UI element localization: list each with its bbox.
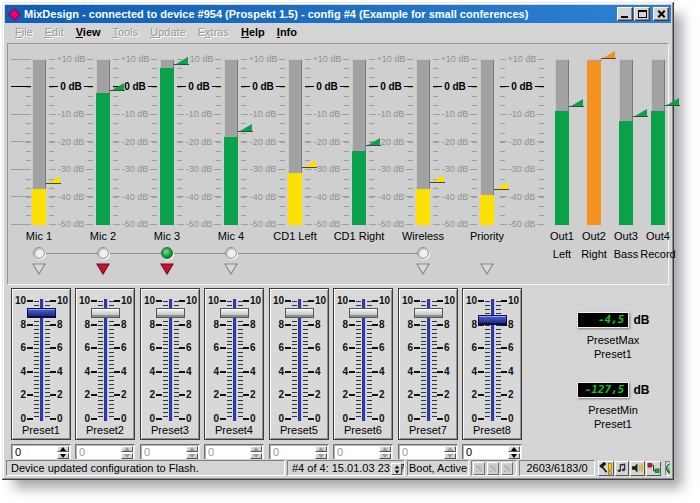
menu-extras[interactable]: Extras xyxy=(192,24,235,40)
close-button[interactable] xyxy=(653,7,669,21)
preset-spin-preset6: 0 xyxy=(333,444,393,460)
fader-major-tick xyxy=(179,418,185,420)
fader-major-tick xyxy=(285,394,291,396)
fader-scale-number: 0 xyxy=(335,414,348,424)
minimize-button[interactable] xyxy=(617,7,633,21)
spin-value[interactable]: 0 xyxy=(208,446,214,458)
meter-out4 xyxy=(651,59,665,225)
fader-thumb[interactable] xyxy=(91,308,120,318)
scale-label: -20 dB xyxy=(378,137,405,147)
scale-line: -30 dB xyxy=(369,164,413,174)
channel-select-circle[interactable] xyxy=(97,247,109,259)
scale-label: -20 dB xyxy=(509,137,536,147)
tools-button[interactable] xyxy=(598,461,614,476)
preset-max-label: PresetMax xyxy=(557,334,669,346)
spin-up-button[interactable] xyxy=(121,446,133,452)
spin-up-button[interactable] xyxy=(379,446,391,452)
status-image-icon-b[interactable] xyxy=(487,462,499,475)
fader-thumb[interactable] xyxy=(156,308,185,318)
scale-label: -30 dB xyxy=(442,164,469,174)
fader-thumb[interactable] xyxy=(349,308,378,318)
fader-scale-number: 0 xyxy=(400,414,413,424)
fader-major-tick xyxy=(285,418,291,420)
scale-line: -50 dB xyxy=(500,219,544,229)
connection-button[interactable] xyxy=(646,461,661,476)
fader-minor-ticks xyxy=(356,301,361,420)
spin-up-button[interactable] xyxy=(315,446,327,452)
channel-select-circle[interactable] xyxy=(161,247,173,259)
scale-label: -50 dB xyxy=(442,219,469,229)
scale-line: -10 dB xyxy=(177,109,221,119)
fader-thumb[interactable] xyxy=(27,308,56,318)
spin-up-button[interactable] xyxy=(57,446,69,452)
ghost-glyph-b xyxy=(490,465,496,472)
channel-label: Mic 4 xyxy=(199,230,263,242)
fader-major-tick xyxy=(478,347,484,349)
menu-file[interactable]: File xyxy=(9,24,39,40)
fader-thumb[interactable] xyxy=(285,308,314,318)
channel-marker-triangle[interactable] xyxy=(32,261,46,279)
spin-value[interactable]: 0 xyxy=(273,446,279,458)
fader-major-tick xyxy=(285,300,291,302)
status-image-icon-a[interactable] xyxy=(473,462,485,475)
channel-marker-triangle[interactable] xyxy=(416,261,430,279)
speaker-button[interactable] xyxy=(630,461,645,476)
fader-label: Preset1 xyxy=(12,424,70,436)
scale-label: -40 dB xyxy=(314,192,341,202)
scale-line: 0 dB xyxy=(433,82,477,92)
spin-value[interactable]: 0 xyxy=(337,446,343,458)
spin-value[interactable]: 0 xyxy=(79,446,85,458)
channel-marker-triangle[interactable] xyxy=(480,261,494,279)
fader-scale-number: 10 xyxy=(444,296,457,306)
spin-value[interactable]: 0 xyxy=(144,446,150,458)
note-button[interactable] xyxy=(615,461,629,476)
status-image-icon-c[interactable] xyxy=(501,462,513,475)
channel-select-circle[interactable] xyxy=(225,247,237,259)
spin-up-button[interactable] xyxy=(186,446,198,452)
spin-up-button[interactable] xyxy=(250,446,262,452)
menu-info[interactable]: Info xyxy=(271,24,303,40)
fader-scale-number: 10 xyxy=(271,296,284,306)
fader-scale-number: 0 xyxy=(464,414,477,424)
channel-marker-triangle[interactable] xyxy=(160,261,174,279)
spin-up-icon xyxy=(253,447,259,451)
fader-major-tick xyxy=(478,371,484,373)
config-spinner[interactable] xyxy=(391,463,402,475)
fader-major-tick xyxy=(220,394,226,396)
spin-up-icon xyxy=(124,447,130,451)
channel-marker-triangle[interactable] xyxy=(96,261,110,279)
spin-value[interactable]: 0 xyxy=(402,446,408,458)
channel-select-circle[interactable] xyxy=(33,247,45,259)
scale-label: -30 dB xyxy=(378,164,405,174)
fader-major-tick xyxy=(50,347,56,349)
spin-value[interactable]: 0 xyxy=(15,446,21,458)
menu-update[interactable]: Update xyxy=(144,24,191,40)
scale-label: -40 dB xyxy=(58,192,85,202)
fader-major-tick xyxy=(501,300,507,302)
status-tool-icons xyxy=(597,460,670,476)
fader-preset8: 10108866442200Preset80 xyxy=(462,288,522,460)
fader-major-tick xyxy=(285,371,291,373)
channel-marker-triangle[interactable] xyxy=(224,261,238,279)
channel-label: Mic 3 xyxy=(135,230,199,242)
menu-tools[interactable]: Tools xyxy=(107,24,145,40)
menu-edit[interactable]: Edit xyxy=(39,24,70,40)
fader-scale-number: 4 xyxy=(444,367,457,377)
spin-value[interactable]: 0 xyxy=(466,446,472,458)
fader-thumb[interactable] xyxy=(414,308,443,318)
spin-up-button[interactable] xyxy=(508,446,520,452)
menu-view[interactable]: View xyxy=(70,24,107,40)
channel-select-circle[interactable] xyxy=(417,247,429,259)
fader-thumb[interactable] xyxy=(478,315,507,325)
fader-thumb[interactable] xyxy=(220,308,249,318)
fader-major-tick xyxy=(220,300,226,302)
scale-line: +10 dB xyxy=(500,54,544,64)
fader-major-tick xyxy=(243,347,249,349)
peak-flag-base xyxy=(601,58,616,59)
spin-up-button[interactable] xyxy=(444,446,456,452)
menu-help[interactable]: Help xyxy=(235,24,271,40)
fader-major-tick xyxy=(114,371,120,373)
maximize-button[interactable] xyxy=(634,7,650,21)
fader-minor-ticks xyxy=(174,301,179,420)
fader-major-tick xyxy=(308,347,314,349)
